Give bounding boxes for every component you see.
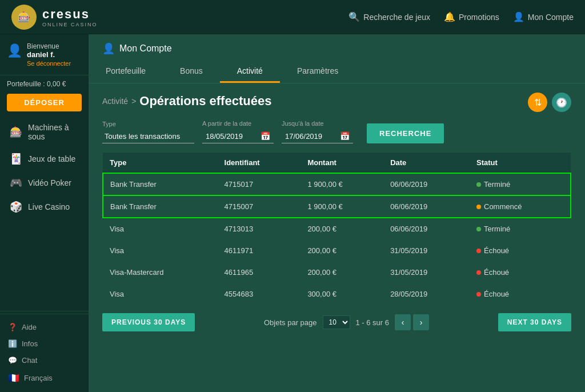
sidebar-item-table-label: Jeux de table: [28, 154, 75, 163]
to-date-label: Jusqu'à la date: [282, 120, 353, 127]
chat-label: Chat: [22, 356, 37, 365]
cell-amount: 200,00 €: [300, 218, 383, 240]
search-icon: 🔍: [348, 11, 360, 22]
cell-amount: 1 900,00 €: [300, 173, 383, 195]
tab-bonus[interactable]: Bonus: [163, 61, 220, 83]
status-dot-icon: [476, 249, 481, 253]
logo-area: 🎰 cresus ONLINE CASINO: [11, 5, 98, 30]
cell-status: Échoué: [470, 240, 571, 262]
logo-icon: 🎰: [11, 5, 37, 30]
per-page-label: Objets par page: [264, 318, 317, 327]
tab-activite[interactable]: Activité: [220, 61, 280, 83]
aide-label: Aide: [22, 323, 37, 331]
cell-type: Visa-Mastercard: [103, 262, 218, 283]
main-content: 👤 Mon Compte Portefeuille Bonus Activité…: [89, 34, 585, 392]
wallet-label: Portefeuille :: [7, 80, 45, 88]
user-name: daniel f.: [27, 50, 71, 59]
search-nav-item[interactable]: 🔍 Recherche de jeux: [348, 11, 430, 22]
account-header-title: Mon Compte: [119, 43, 172, 54]
account-nav-item[interactable]: 👤 Mon Compte: [513, 11, 574, 22]
type-filter-select[interactable]: Toutes les transactions: [102, 130, 194, 143]
from-date-input[interactable]: [206, 132, 257, 141]
user-greeting: Bienvenue: [27, 42, 71, 50]
cell-date: 06/06/2019: [383, 218, 470, 240]
cell-status: Commencé: [470, 195, 571, 218]
account-header-icon: 👤: [102, 42, 115, 55]
search-button[interactable]: RECHERCHE: [367, 123, 444, 143]
table-row[interactable]: Visa 4554683 300,00 € 28/05/2019 Échoué: [103, 283, 571, 305]
sidebar-divider: [0, 311, 89, 311]
table-row[interactable]: Bank Transfer 4715007 1 900,00 € 06/06/2…: [103, 195, 571, 218]
cell-type: Visa: [103, 218, 218, 240]
cell-id: 4554683: [218, 283, 301, 305]
page-info: 1 - 6 sur 6: [356, 318, 390, 327]
sidebar-item-live[interactable]: 🎲 Live Casino: [0, 195, 89, 219]
user-info: Bienvenue daniel f. Se déconnecter: [27, 42, 71, 67]
prev-button[interactable]: PREVIOUS 30 DAYS: [102, 313, 195, 331]
search-nav-label: Recherche de jeux: [363, 13, 430, 22]
tab-parametres[interactable]: Paramètres: [280, 61, 355, 83]
calendar-to-icon: 📅: [340, 131, 350, 141]
from-date-input-wrap: 📅: [202, 129, 274, 143]
to-date-input[interactable]: [285, 132, 336, 141]
cell-type: Bank Transfer: [103, 173, 218, 195]
live-icon: 🎲: [10, 201, 22, 213]
promotions-nav-item[interactable]: 🔔 Promotions: [444, 11, 499, 22]
table-row[interactable]: Visa-Mastercard 4611965 200,00 € 31/05/2…: [103, 262, 571, 283]
sidebar-language[interactable]: 🇫🇷 Français: [0, 369, 89, 387]
deposit-button[interactable]: DÉPOSER: [7, 94, 82, 111]
aide-icon: ❓: [8, 323, 17, 331]
table-row[interactable]: Bank Transfer 4715017 1 900,00 € 06/06/2…: [103, 173, 571, 195]
cell-amount: 300,00 €: [300, 283, 383, 305]
type-filter-label: Type: [102, 121, 194, 127]
calendar-from-icon: 📅: [261, 131, 270, 141]
sort-button[interactable]: ⇅: [528, 93, 547, 112]
from-date-label: A partir de la date: [202, 120, 274, 127]
cell-status: Échoué: [470, 283, 571, 305]
cell-amount: 200,00 €: [300, 262, 383, 283]
logout-link[interactable]: Se déconnecter: [27, 60, 71, 67]
next-button[interactable]: NEXT 30 DAYS: [498, 313, 571, 331]
sidebar-chat[interactable]: 💬 Chat: [0, 352, 89, 369]
cell-status: Terminé: [470, 173, 571, 195]
poker-icon: 🎮: [10, 177, 22, 189]
sidebar-item-table[interactable]: 🃏 Jeux de table: [0, 147, 89, 171]
page-next-btn[interactable]: ›: [413, 314, 429, 330]
sidebar: 👤 Bienvenue daniel f. Se déconnecter Por…: [0, 34, 89, 392]
status-dot-icon: [476, 227, 481, 231]
layout: 👤 Bienvenue daniel f. Se déconnecter Por…: [0, 34, 585, 392]
breadcrumb-separator: >: [131, 97, 136, 106]
col-type: Type: [103, 153, 218, 173]
sidebar-aide[interactable]: ❓ Aide: [0, 319, 89, 335]
status-dot-icon: [476, 292, 481, 297]
wallet-bar: Portefeuille : 0,00 €: [0, 75, 89, 90]
history-button[interactable]: 🕐: [552, 93, 571, 112]
logo-sub: ONLINE CASINO: [42, 22, 98, 27]
table-icon: 🃏: [10, 153, 22, 165]
infos-label: Infos: [22, 339, 38, 348]
page-prev-btn[interactable]: ‹: [395, 314, 411, 330]
tab-portefeuille[interactable]: Portefeuille: [89, 61, 163, 83]
table-row[interactable]: Visa 4611971 200,00 € 31/05/2019 Échoué: [103, 240, 571, 262]
sidebar-item-poker-label: Vidéo Poker: [28, 178, 71, 187]
from-date-group: A partir de la date 📅: [202, 120, 274, 143]
page-nav-buttons: ‹ ›: [395, 314, 429, 330]
col-id: Identifiant: [218, 153, 301, 173]
sidebar-infos[interactable]: ℹ️ Infos: [0, 335, 89, 352]
cell-date: 31/05/2019: [383, 240, 470, 262]
to-date-input-wrap: 📅: [282, 129, 353, 143]
flag-icon: 🇫🇷: [8, 373, 19, 383]
wallet-amount: 0,00 €: [47, 80, 66, 88]
cell-date: 06/06/2019: [383, 173, 470, 195]
sidebar-item-poker[interactable]: 🎮 Vidéo Poker: [0, 171, 89, 195]
sidebar-bottom: ❓ Aide ℹ️ Infos 💬 Chat 🇫🇷 Français: [0, 314, 89, 392]
per-page-select[interactable]: 10: [323, 315, 350, 329]
account-nav-label: Mon Compte: [528, 13, 574, 22]
cell-id: 4715017: [218, 173, 301, 195]
cell-type: Visa: [103, 240, 218, 262]
status-dot-icon: [476, 205, 481, 209]
breadcrumb: Activité > Opérations effectuées: [102, 94, 271, 109]
top-nav-right: 🔍 Recherche de jeux 🔔 Promotions 👤 Mon C…: [348, 11, 574, 22]
sidebar-item-machines[interactable]: 🎰 Machines à sous: [0, 117, 89, 147]
table-row[interactable]: Visa 4713013 200,00 € 06/06/2019 Terminé: [103, 218, 571, 240]
